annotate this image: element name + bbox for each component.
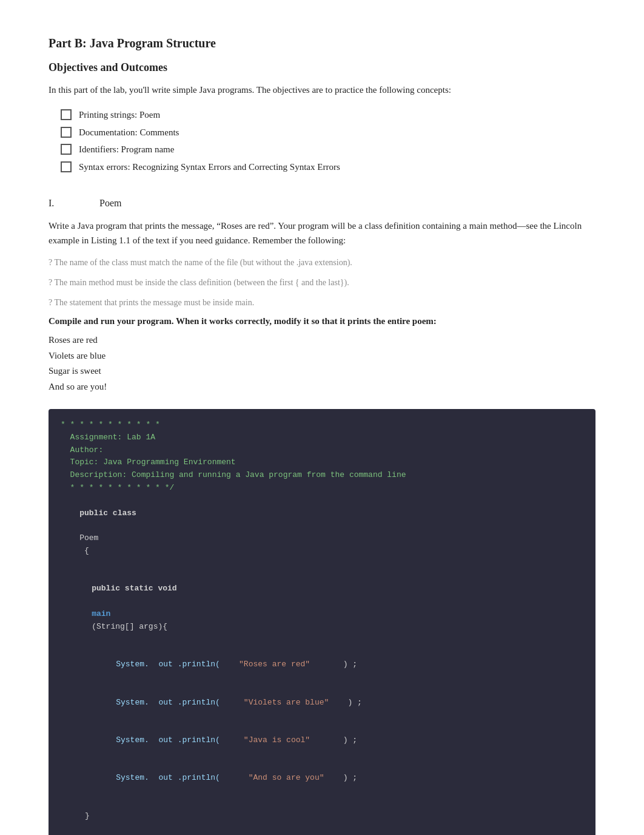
section-title: Objectives and Outcomes bbox=[49, 61, 595, 74]
hint-2: ? The main method must be inside the cla… bbox=[49, 276, 595, 289]
list-item: Identifiers: Program name bbox=[61, 143, 595, 157]
bullet-text: Printing strings: Poem bbox=[79, 108, 160, 122]
section-i-body: Write a Java program that prints the mes… bbox=[49, 218, 595, 248]
section-i-title: Poem bbox=[99, 198, 121, 208]
bullet-icon bbox=[61, 109, 72, 120]
code-block: * * * * * * * * * * * Assignment: Lab 1A… bbox=[49, 409, 595, 835]
bullet-icon bbox=[61, 161, 72, 172]
code-println-2: System. out .println( "Violets are blue"… bbox=[97, 684, 583, 722]
intro-text: In this part of the lab, you'll write si… bbox=[49, 83, 595, 97]
code-comment-topic: Topic: Java Programming Environment bbox=[61, 456, 583, 469]
list-item: Documentation: Comments bbox=[61, 126, 595, 140]
code-comment-author: Author: bbox=[61, 444, 583, 457]
section-i-header: I. Poem bbox=[49, 198, 595, 209]
code-comment-assignment: Assignment: Lab 1A bbox=[61, 431, 583, 444]
poem-line-2: Violets are blue bbox=[49, 348, 595, 364]
poem-lines: Roses are red Violets are blue Sugar is … bbox=[49, 333, 595, 394]
code-class-decl: public class Poem { bbox=[61, 495, 583, 570]
poem-line-4: And so are you! bbox=[49, 379, 595, 395]
bullet-list: Printing strings: Poem Documentation: Co… bbox=[49, 108, 595, 174]
code-comment-end: * * * * * * * * * * */ bbox=[61, 482, 583, 495]
code-println-3: System. out .println( "Java is cool" ) ; bbox=[97, 722, 583, 759]
bullet-text: Syntax errors: Recognizing Syntax Errors… bbox=[79, 160, 340, 174]
code-comment-stars: * * * * * * * * * * * bbox=[61, 419, 583, 431]
list-item: Printing strings: Poem bbox=[61, 108, 595, 122]
code-comment-desc: Description: Compiling and running a Jav… bbox=[61, 469, 583, 482]
section-roman: I. bbox=[49, 198, 97, 209]
code-blank bbox=[61, 797, 583, 810]
code-main-sig: public static void main (String[] args){ bbox=[73, 570, 583, 646]
poem-line-1: Roses are red bbox=[49, 333, 595, 348]
code-println-1: System. out .println( "Roses are red" ) … bbox=[97, 646, 583, 683]
compile-instruction: Compile and run your program. When it wo… bbox=[49, 316, 595, 326]
bullet-text: Identifiers: Program name bbox=[79, 143, 174, 157]
poem-line-3: Sugar is sweet bbox=[49, 363, 595, 379]
bullet-text: Documentation: Comments bbox=[79, 126, 179, 140]
part-title: Part B: Java Program Structure bbox=[49, 36, 595, 50]
bullet-icon bbox=[61, 144, 72, 155]
code-println-4: System. out .println( "And so are you" )… bbox=[97, 760, 583, 797]
bullet-icon bbox=[61, 127, 72, 138]
hint-1: ? The name of the class must match the n… bbox=[49, 256, 595, 269]
code-blank2 bbox=[61, 823, 583, 836]
code-close-inner: } bbox=[85, 810, 583, 823]
hint-3: ? The statement that prints the message … bbox=[49, 296, 595, 309]
list-item: Syntax errors: Recognizing Syntax Errors… bbox=[61, 160, 595, 174]
